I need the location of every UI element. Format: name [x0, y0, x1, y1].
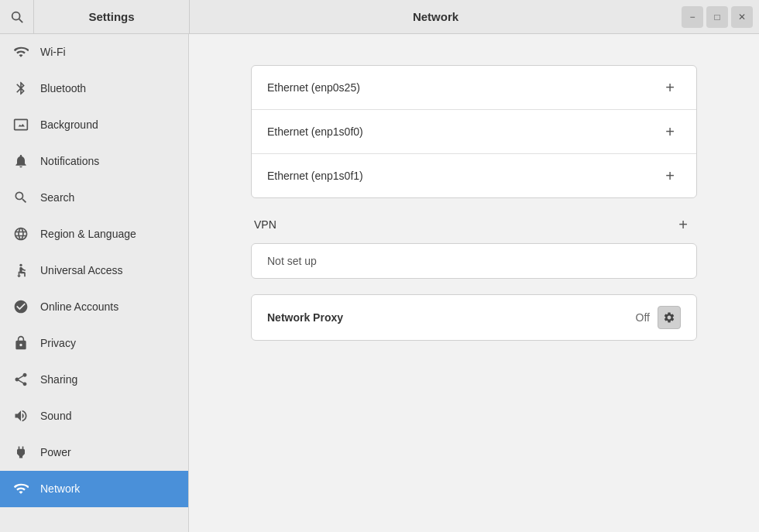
main-content: Wi-Fi Bluetooth Background: [0, 34, 759, 532]
sidebar-label-region: Region & Language: [40, 228, 136, 240]
vpn-add-button[interactable]: +: [672, 214, 694, 235]
sidebar-item-background[interactable]: Background: [0, 107, 188, 143]
vpn-header: VPN +: [251, 214, 697, 235]
window-controls: − □ ✕: [682, 6, 759, 28]
region-icon: [12, 225, 29, 242]
sidebar-label-search: Search: [40, 191, 74, 204]
ethernet-item-0: Ethernet (enp0s25) +: [252, 66, 696, 110]
sidebar-label-sound: Sound: [40, 410, 71, 422]
sidebar-item-universal-access[interactable]: Universal Access: [0, 252, 188, 289]
titlebar: Settings Network − □ ✕: [0, 0, 759, 34]
ethernet-item-1: Ethernet (enp1s0f0) +: [252, 110, 696, 154]
proxy-controls: Off: [636, 306, 681, 329]
sidebar-item-search[interactable]: Search: [0, 180, 188, 216]
sidebar-label-universal-access: Universal Access: [40, 264, 123, 276]
ethernet-item-2: Ethernet (enp1s0f1) +: [252, 154, 696, 197]
vpn-label: VPN: [254, 218, 276, 231]
power-icon: [12, 444, 29, 461]
sidebar-item-power[interactable]: Power: [0, 434, 188, 471]
vpn-section: VPN + Not set up: [251, 214, 697, 279]
sidebar-item-sharing[interactable]: Sharing: [0, 362, 188, 398]
proxy-name: Network Proxy: [267, 311, 343, 324]
sidebar-item-notifications[interactable]: Notifications: [0, 143, 188, 180]
proxy-item: Network Proxy Off: [251, 294, 697, 341]
sidebar-item-sound[interactable]: Sound: [0, 398, 188, 434]
content-area: Ethernet (enp0s25) + Ethernet (enp1s0f0)…: [189, 34, 759, 532]
sidebar-label-sharing: Sharing: [40, 373, 77, 386]
sidebar-label-privacy: Privacy: [40, 337, 76, 349]
svg-line-1: [19, 19, 22, 22]
wifi-icon: [12, 43, 29, 60]
settings-window: Settings Network − □ ✕ Wi-Fi: [0, 0, 759, 532]
minimize-button[interactable]: −: [682, 6, 703, 28]
bluetooth-icon: [12, 80, 29, 97]
sidebar-label-wifi: Wi-Fi: [40, 46, 66, 58]
universal-access-icon: [12, 262, 29, 279]
sidebar-label-online-accounts: Online Accounts: [40, 300, 118, 313]
ethernet-name-2: Ethernet (enp1s0f1): [267, 170, 363, 182]
ethernet-section: Ethernet (enp0s25) + Ethernet (enp1s0f0)…: [251, 65, 697, 198]
sidebar-label-notifications: Notifications: [40, 155, 99, 167]
proxy-settings-button[interactable]: [658, 306, 681, 329]
ethernet-add-button-2[interactable]: +: [659, 165, 681, 187]
network-title: Network: [190, 10, 682, 23]
notifications-icon: [12, 153, 29, 170]
sharing-icon: [12, 371, 29, 388]
sidebar-item-wifi[interactable]: Wi-Fi: [0, 34, 188, 70]
ethernet-add-button-0[interactable]: +: [659, 77, 681, 98]
search-sidebar-icon: [12, 189, 29, 206]
sidebar: Wi-Fi Bluetooth Background: [0, 34, 189, 532]
network-icon: [12, 480, 29, 497]
ethernet-name-0: Ethernet (enp0s25): [267, 81, 360, 94]
sidebar-item-network[interactable]: Network: [0, 471, 188, 507]
proxy-section: Network Proxy Off: [251, 294, 697, 341]
sidebar-label-power: Power: [40, 446, 71, 458]
sidebar-item-online-accounts[interactable]: Online Accounts: [0, 289, 188, 325]
proxy-status: Off: [636, 311, 650, 324]
settings-title: Settings: [34, 10, 189, 23]
close-button[interactable]: ✕: [731, 6, 753, 28]
search-button[interactable]: [0, 0, 34, 34]
maximize-button[interactable]: □: [706, 6, 728, 28]
sidebar-label-background: Background: [40, 118, 98, 131]
svg-point-0: [12, 12, 19, 19]
sidebar-label-bluetooth: Bluetooth: [40, 82, 86, 94]
ethernet-list: Ethernet (enp0s25) + Ethernet (enp1s0f0)…: [251, 65, 697, 198]
sidebar-item-region[interactable]: Region & Language: [0, 216, 188, 252]
sidebar-item-privacy[interactable]: Privacy: [0, 325, 188, 362]
vpn-not-set: Not set up: [251, 243, 697, 279]
background-icon: [12, 116, 29, 133]
sidebar-label-network: Network: [40, 482, 80, 495]
ethernet-add-button-1[interactable]: +: [659, 121, 681, 142]
ethernet-name-1: Ethernet (enp1s0f0): [267, 125, 363, 138]
privacy-icon: [12, 335, 29, 352]
sound-icon: [12, 407, 29, 424]
sidebar-item-bluetooth[interactable]: Bluetooth: [0, 70, 188, 107]
online-accounts-icon: [12, 298, 29, 315]
svg-point-2: [19, 264, 22, 266]
